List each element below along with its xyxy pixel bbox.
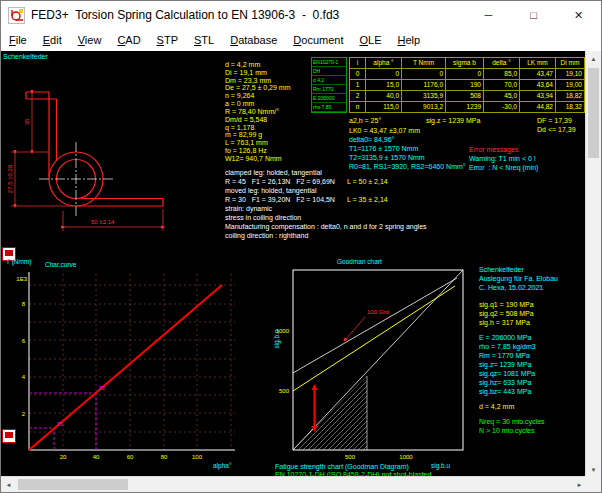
sig-q1: sig.q1 = 190 MPa: [479, 301, 534, 309]
param-fo: fo = 126,8 Hz: [225, 147, 267, 155]
chart-title: Goodman chart: [337, 258, 382, 265]
menu-database[interactable]: Database: [222, 31, 285, 49]
y-tick: 8: [22, 301, 26, 307]
window-title: FED3+ Torsion Spring Calculation to EN 1…: [31, 8, 466, 22]
scrollbar-corner: [585, 476, 601, 492]
cell: 19,00: [556, 80, 585, 91]
error-cycles: Error : N < Nreq (min): [469, 164, 538, 172]
cell: 19,10: [556, 69, 585, 80]
cell: 18,82: [556, 91, 585, 102]
drawing-canvas: Schenkelfeder: [1, 51, 587, 478]
mat-sigqz: sig.qz= 1081 MPa: [479, 370, 535, 378]
cell: 1176,0: [402, 80, 446, 91]
cell: 2: [350, 91, 366, 102]
cell: 43,94: [520, 91, 556, 102]
project-author: C. Hexa, 15.02.2021: [479, 284, 543, 292]
y-tick: 500: [279, 388, 290, 394]
vertical-scrollbar[interactable]: ▲ ▼: [585, 51, 601, 478]
mini-row: rho 7,85: [312, 103, 346, 112]
spring-drawing: 50 ±2,14 27,5 ±0,29 35: [1, 81, 226, 253]
cell: 1: [350, 80, 366, 91]
close-button[interactable]: ✕: [556, 1, 601, 29]
marker-label-t2: T2: [99, 385, 105, 391]
col-header: LK mm: [520, 58, 556, 69]
annotation-arrow: [345, 317, 365, 340]
mat-sigz: sig.z= 1239 MPa: [479, 361, 531, 369]
mini-row: DH: [312, 67, 346, 76]
menu-document[interactable]: Document: [285, 31, 351, 49]
hatched-region: [293, 376, 367, 450]
cell: 40,0: [366, 91, 402, 102]
moved-leg-line: moved leg: holded, tangential: [225, 187, 316, 195]
solid-stress: sig.z = 1239 MPa: [426, 117, 480, 125]
horizontal-scroll-thumb[interactable]: [18, 479, 128, 490]
lk0-value: LK0 = 43,47 ±3,07 mm: [349, 127, 420, 135]
param-de: De = 27,5 ± 0,29 mm: [225, 84, 291, 92]
menu-view[interactable]: View: [70, 31, 110, 49]
x-tick: 1000: [399, 454, 413, 460]
menu-stp[interactable]: STP: [149, 31, 186, 49]
leg-top-hook: [26, 92, 57, 99]
x-tick: 100: [192, 454, 203, 460]
menu-bar: File Edit View CAD STP STL Database Docu…: [1, 29, 601, 52]
maximize-button[interactable]: □: [511, 1, 556, 29]
crosshair-lines: [39, 142, 113, 216]
menu-ole[interactable]: OLE: [351, 31, 389, 49]
col-header: i: [350, 58, 366, 69]
cell: 3135,9: [402, 91, 446, 102]
cell: n: [350, 102, 366, 113]
leg-force-values: R = 45 F1 = 26,13N F2 = 69,69N: [225, 178, 335, 185]
t2-tolerance: T2=3135,9 ± 1570 Nmm: [349, 154, 425, 162]
y-tick: 2: [22, 411, 26, 417]
menu-file[interactable]: File: [1, 31, 35, 49]
error-title: Error messages: [469, 146, 518, 154]
param-m: m = 82,99 g: [225, 131, 262, 139]
x-tick: 80: [161, 454, 168, 460]
cell: 115,0: [366, 102, 402, 113]
wire-diameter: d = 4,2 mm: [479, 403, 514, 411]
minimize-button[interactable]: ─: [466, 1, 511, 29]
x-tick: 60: [127, 454, 134, 460]
x-tick: 20: [60, 454, 67, 460]
menu-help[interactable]: Help: [390, 31, 429, 49]
operating-arrow-top: [312, 384, 318, 390]
cell: 43,64: [520, 80, 556, 91]
menu-stl[interactable]: STL: [186, 31, 222, 49]
dim-text-length: 50 ±2,14: [91, 219, 115, 225]
y-tick: 4: [22, 374, 26, 380]
y-scale-label: 1E3: [16, 276, 27, 282]
result-table: i alpha ° T Nmm sigma b delta ° LK mm Di…: [349, 57, 585, 113]
horizontal-scrollbar[interactable]: ◄ ►: [1, 476, 587, 492]
menu-cad[interactable]: CAD: [109, 31, 148, 49]
col-header: delta °: [484, 58, 520, 69]
scroll-up-arrow-icon[interactable]: ▲: [586, 51, 601, 67]
menu-edit[interactable]: Edit: [35, 31, 70, 49]
param-a: a = 0 mm: [225, 100, 254, 108]
cell: 0: [350, 69, 366, 80]
cell: 0: [446, 69, 484, 80]
char-curve-chart: T (Nmm) Char.curve 1E3 2 4 6 8 20 40 60 …: [3, 254, 243, 472]
dimension-lines: [11, 92, 163, 231]
param-n: n = 9,264: [225, 92, 254, 100]
mat-rm: Rm = 1770 MPa: [479, 352, 530, 360]
y-tick: 6: [22, 338, 26, 344]
fatigue-limit-white: [293, 278, 457, 373]
clamped-leg-line: clamped leg: holded, tangential: [225, 169, 322, 177]
col-header: sigma b: [446, 58, 484, 69]
col-header: Di mm: [556, 58, 585, 69]
vertical-scroll-thumb[interactable]: [588, 68, 599, 158]
dd-value: Dd <= 17,39: [537, 126, 576, 134]
stress-line: stress in coiling direction: [225, 214, 301, 222]
marker-label-t1: T1: [57, 421, 63, 427]
material-mini-table: EN10270-1 DH d 4,2 Rm 1770 E 206000 rho …: [311, 57, 347, 113]
leg-length-tolerance: L = 50 ± 2,14: [347, 178, 388, 185]
leg-force-values: R = 30 F1 = 39,20N F2 = 104,5N: [225, 196, 335, 203]
x-tick: 40: [93, 454, 100, 460]
error-warning: Warning: T1 min < 0 !: [469, 155, 536, 163]
x-tick: 500: [345, 454, 356, 460]
scroll-left-arrow-icon[interactable]: ◄: [1, 477, 16, 493]
sig-h: sig.h = 317 MPa: [479, 319, 530, 327]
cell: 44,82: [520, 102, 556, 113]
col-header: T Nmm: [402, 58, 446, 69]
mini-row: d 4,2: [312, 76, 346, 85]
